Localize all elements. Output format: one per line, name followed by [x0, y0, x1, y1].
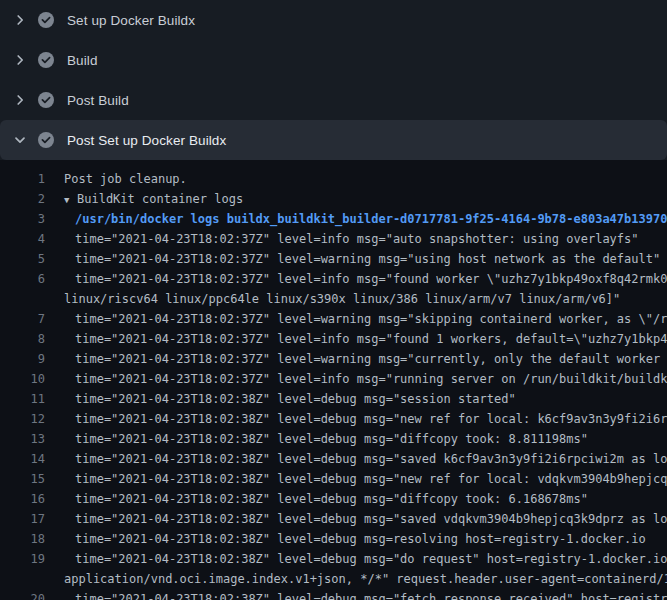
line-number[interactable]: 15: [0, 469, 45, 489]
line-number[interactable]: 19: [0, 549, 45, 569]
log-text: time="2021-04-23T18:02:37Z" level=info m…: [45, 329, 667, 349]
step-label: Set up Docker Buildx: [67, 13, 195, 28]
log-text: time="2021-04-23T18:02:38Z" level=debug …: [45, 469, 667, 489]
log-line: 20time="2021-04-23T18:02:38Z" level=debu…: [0, 589, 667, 600]
check-circle-icon: [38, 52, 54, 68]
step-row-build[interactable]: Build: [0, 40, 667, 80]
line-number: [0, 289, 45, 309]
workflow-steps-list: Set up Docker BuildxBuildPost BuildPost …: [0, 0, 667, 160]
check-circle-icon: [38, 132, 54, 148]
log-text: time="2021-04-23T18:02:38Z" level=debug …: [45, 549, 667, 569]
line-number[interactable]: 6: [0, 269, 45, 289]
log-line: 4time="2021-04-23T18:02:37Z" level=info …: [0, 229, 667, 249]
log-text: time="2021-04-23T18:02:37Z" level=warnin…: [45, 309, 667, 329]
step-row-post-set-up-docker-buildx[interactable]: Post Set up Docker Buildx: [0, 120, 667, 160]
log-line: 14time="2021-04-23T18:02:38Z" level=debu…: [0, 449, 667, 469]
log-line: 17time="2021-04-23T18:02:38Z" level=debu…: [0, 509, 667, 529]
log-line: application/vnd.oci.image.index.v1+json,…: [0, 569, 667, 589]
line-number[interactable]: 16: [0, 489, 45, 509]
log-line: 5time="2021-04-23T18:02:37Z" level=warni…: [0, 249, 667, 269]
log-text: /usr/bin/docker logs buildx_buildkit_bui…: [45, 209, 667, 229]
log-text: time="2021-04-23T18:02:38Z" level=debug …: [45, 529, 667, 549]
chevron-right-icon: [12, 52, 28, 68]
log-text: time="2021-04-23T18:02:38Z" level=debug …: [45, 409, 667, 429]
log-text: time="2021-04-23T18:02:38Z" level=debug …: [45, 389, 667, 409]
line-number[interactable]: 5: [0, 249, 45, 269]
log-text: time="2021-04-23T18:02:37Z" level=info m…: [45, 269, 667, 289]
log-line: 1Post job cleanup.: [0, 169, 667, 189]
log-line: 9time="2021-04-23T18:02:37Z" level=warni…: [0, 349, 667, 369]
group-collapse-icon[interactable]: ▼: [64, 190, 77, 209]
line-number[interactable]: 9: [0, 349, 45, 369]
log-text: linux/riscv64 linux/ppc64le linux/s390x …: [45, 289, 667, 309]
log-line: linux/riscv64 linux/ppc64le linux/s390x …: [0, 289, 667, 309]
line-number[interactable]: 20: [0, 589, 45, 600]
line-number[interactable]: 4: [0, 229, 45, 249]
log-text: time="2021-04-23T18:02:38Z" level=debug …: [45, 449, 667, 469]
step-row-set-up-docker-buildx[interactable]: Set up Docker Buildx: [0, 0, 667, 40]
log-lines: 1Post job cleanup.2▼BuildKit container l…: [0, 169, 667, 600]
line-number[interactable]: 2: [0, 189, 45, 209]
log-line: 13time="2021-04-23T18:02:38Z" level=debu…: [0, 429, 667, 449]
check-circle-icon: [38, 12, 54, 28]
log-line: 15time="2021-04-23T18:02:38Z" level=debu…: [0, 469, 667, 489]
line-number[interactable]: 11: [0, 389, 45, 409]
line-number: [0, 569, 45, 589]
log-text: time="2021-04-23T18:02:37Z" level=info m…: [45, 229, 667, 249]
log-command-line: 3/usr/bin/docker logs buildx_buildkit_bu…: [0, 209, 667, 229]
step-row-post-build[interactable]: Post Build: [0, 80, 667, 120]
log-line: 8time="2021-04-23T18:02:37Z" level=info …: [0, 329, 667, 349]
line-number[interactable]: 13: [0, 429, 45, 449]
log-line: 6time="2021-04-23T18:02:37Z" level=info …: [0, 269, 667, 289]
chevron-right-icon: [12, 92, 28, 108]
log-line: 19time="2021-04-23T18:02:38Z" level=debu…: [0, 549, 667, 569]
line-number[interactable]: 12: [0, 409, 45, 429]
log-text: time="2021-04-23T18:02:37Z" level=warnin…: [45, 249, 667, 269]
log-line: 10time="2021-04-23T18:02:37Z" level=info…: [0, 369, 667, 389]
log-area: 1Post job cleanup.2▼BuildKit container l…: [0, 160, 667, 600]
log-text: Post job cleanup.: [45, 169, 667, 189]
step-label: Post Set up Docker Buildx: [67, 133, 226, 148]
line-number[interactable]: 7: [0, 309, 45, 329]
line-number[interactable]: 8: [0, 329, 45, 349]
log-line: 18time="2021-04-23T18:02:38Z" level=debu…: [0, 529, 667, 549]
log-group-header: 2▼BuildKit container logs: [0, 189, 667, 209]
line-number[interactable]: 3: [0, 209, 45, 229]
line-number[interactable]: 18: [0, 529, 45, 549]
log-text: BuildKit container logs: [77, 192, 243, 206]
line-number[interactable]: 14: [0, 449, 45, 469]
log-text: time="2021-04-23T18:02:38Z" level=debug …: [45, 429, 667, 449]
step-label: Build: [67, 53, 98, 68]
log-line: 11time="2021-04-23T18:02:38Z" level=debu…: [0, 389, 667, 409]
log-text: time="2021-04-23T18:02:37Z" level=info m…: [45, 369, 667, 389]
step-label: Post Build: [67, 93, 129, 108]
line-number[interactable]: 10: [0, 369, 45, 389]
log-text: time="2021-04-23T18:02:37Z" level=warnin…: [45, 349, 667, 369]
log-text: time="2021-04-23T18:02:38Z" level=debug …: [45, 509, 667, 529]
line-number[interactable]: 17: [0, 509, 45, 529]
log-line: 16time="2021-04-23T18:02:38Z" level=debu…: [0, 489, 667, 509]
log-text: time="2021-04-23T18:02:38Z" level=debug …: [45, 489, 667, 509]
chevron-right-icon: [12, 12, 28, 28]
log-line: 12time="2021-04-23T18:02:38Z" level=debu…: [0, 409, 667, 429]
check-circle-icon: [38, 92, 54, 108]
log-text: time="2021-04-23T18:02:38Z" level=debug …: [45, 589, 667, 600]
chevron-down-icon: [12, 132, 28, 148]
line-number[interactable]: 1: [0, 169, 45, 189]
log-text: application/vnd.oci.image.index.v1+json,…: [45, 569, 667, 589]
log-line: 7time="2021-04-23T18:02:37Z" level=warni…: [0, 309, 667, 329]
